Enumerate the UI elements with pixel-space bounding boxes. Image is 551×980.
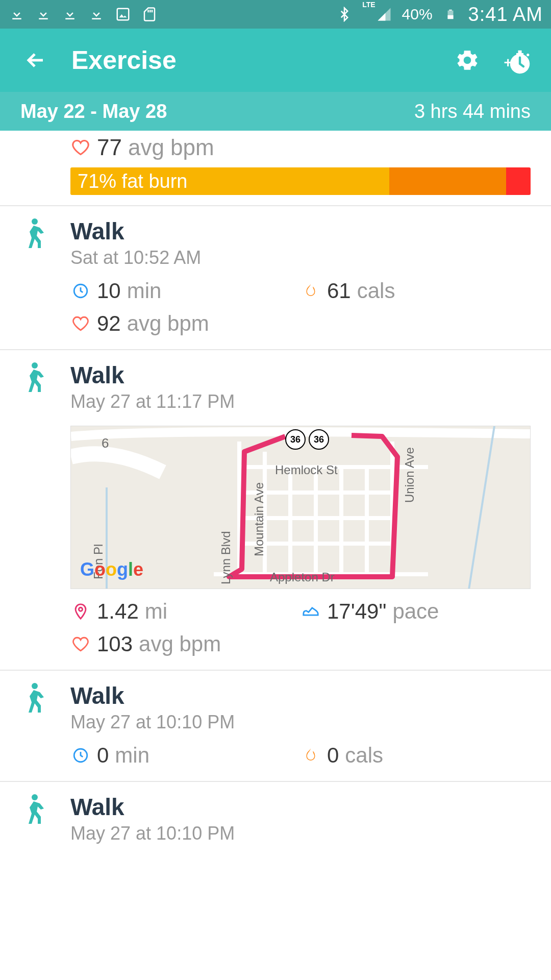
download-icon (8, 6, 26, 23)
distance-value: 1.42 (97, 599, 139, 624)
duration-value: 10 (97, 279, 121, 303)
cals-unit: cals (345, 743, 383, 768)
battery-percent: 40% (402, 6, 433, 23)
svg-point-14 (527, 54, 529, 56)
svg-rect-4 (117, 9, 129, 20)
entry-time: May 27 at 11:17 PM (70, 391, 531, 412)
list-item[interactable]: Walk May 27 at 11:17 PM (0, 350, 551, 670)
walk-icon (20, 682, 70, 768)
distance-unit: mi (145, 599, 167, 624)
pace-unit: pace (392, 599, 439, 624)
download-icon (35, 6, 52, 23)
hr-unit: avg bpm (139, 632, 221, 656)
svg-point-21 (32, 683, 38, 689)
hr-unit: avg bpm (128, 135, 214, 160)
lte-label: LTE (362, 1, 375, 9)
entry-time: May 27 at 10:10 PM (70, 823, 531, 844)
route-map[interactable]: 36 36 6 Hemlock St Mountain Ave Union Av… (70, 426, 531, 589)
svg-text:+: + (504, 55, 512, 70)
svg-rect-13 (516, 53, 523, 55)
svg-rect-3 (92, 18, 101, 20)
walk-icon (20, 361, 70, 656)
duration-unit: min (127, 279, 162, 303)
cals-unit: cals (357, 279, 395, 303)
svg-rect-0 (12, 18, 21, 20)
signal-icon (375, 6, 393, 23)
download-icon (88, 6, 105, 23)
hr-unit: avg bpm (127, 311, 209, 336)
fat-burn-bar: 71% fat burn (70, 167, 531, 195)
total-duration: 3 hrs 44 mins (414, 101, 531, 122)
download-icon (61, 6, 79, 23)
duration-unit: min (115, 743, 149, 768)
flame-icon (300, 745, 321, 766)
list-item[interactable]: 77 avg bpm 71% fat burn (0, 131, 551, 205)
pace-value: 17'49" (327, 599, 386, 624)
walk-icon (20, 217, 70, 336)
cals-value: 61 (327, 279, 351, 303)
date-range: May 22 - May 28 (20, 101, 167, 122)
hr-value: 77 (97, 135, 122, 160)
map-street-label: Appleton Dr (270, 570, 335, 584)
status-bar: LTE 40% 3:41 AM (0, 0, 551, 29)
clock-icon (70, 281, 91, 301)
heart-icon (70, 137, 91, 158)
bluetooth-icon (336, 6, 353, 23)
entry-title: Walk (70, 361, 531, 389)
route-badge: 36 (309, 429, 329, 450)
settings-button[interactable] (453, 46, 482, 75)
svg-rect-10 (449, 10, 452, 11)
list-item[interactable]: Walk Sat at 10:52 AM 10 min 61 cals 92 a… (0, 206, 551, 349)
sd-card-icon (141, 6, 158, 23)
map-street-label: Hemlock St (275, 463, 338, 477)
battery-icon (442, 6, 459, 23)
back-button[interactable] (20, 45, 51, 76)
entry-title: Walk (70, 217, 531, 245)
route-badge: 36 (285, 429, 306, 450)
svg-point-16 (32, 218, 38, 225)
hr-value: 92 (97, 311, 121, 336)
map-street-label: 6 (102, 435, 109, 451)
list-item[interactable]: Walk May 27 at 10:10 PM (0, 782, 551, 844)
entry-time: Sat at 10:52 AM (70, 247, 531, 268)
clock-icon (70, 745, 91, 766)
heart-icon (70, 313, 91, 334)
add-exercise-button[interactable]: + (502, 46, 531, 75)
cardio-segment (389, 167, 506, 195)
duration-value: 0 (97, 743, 109, 768)
list-item[interactable]: Walk May 27 at 10:10 PM 0 min 0 cals (0, 671, 551, 781)
status-time: 3:41 AM (468, 4, 543, 26)
svg-rect-9 (447, 15, 453, 19)
page-title: Exercise (71, 45, 177, 75)
pin-icon (70, 601, 91, 622)
hr-value: 103 (97, 632, 133, 656)
image-icon (114, 6, 132, 23)
week-summary-bar[interactable]: May 22 - May 28 3 hrs 44 mins (0, 92, 551, 131)
map-street-label: Mountain Ave (252, 482, 266, 556)
fatburn-segment: 71% fat burn (70, 167, 389, 195)
svg-rect-12 (518, 51, 522, 53)
peak-segment (506, 167, 531, 195)
app-header: Exercise + (0, 29, 551, 92)
entry-title: Walk (70, 682, 531, 709)
entry-title: Walk (70, 793, 531, 821)
walk-icon (20, 793, 70, 844)
svg-rect-1 (39, 18, 48, 20)
flame-icon (300, 281, 321, 301)
cals-value: 0 (327, 743, 339, 768)
svg-point-20 (79, 607, 82, 611)
svg-point-18 (32, 362, 38, 369)
shoe-icon (300, 601, 321, 622)
svg-rect-2 (65, 18, 74, 20)
svg-point-23 (32, 794, 38, 800)
entry-time: May 27 at 10:10 PM (70, 712, 531, 733)
map-street-label: Union Ave (403, 447, 417, 503)
map-street-label: Lynn Blvd (219, 531, 233, 584)
google-logo: Google (80, 559, 143, 580)
heart-icon (70, 634, 91, 654)
exercise-list[interactable]: 77 avg bpm 71% fat burn Walk Sat at 10:5… (0, 131, 551, 844)
